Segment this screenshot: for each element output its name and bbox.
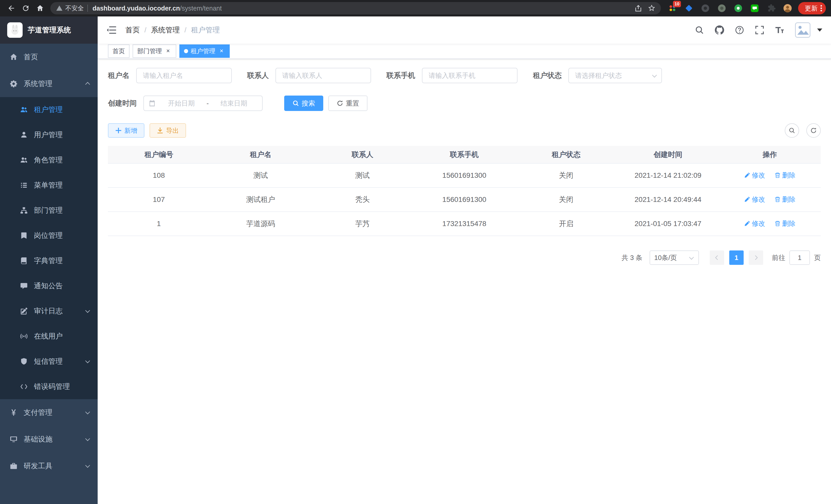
sidebar-item-error-code[interactable]: 错误码管理 xyxy=(0,374,98,399)
breadcrumb-item[interactable]: 首页 xyxy=(125,25,140,35)
cell-created: 2021-01-05 17:03:47 xyxy=(617,212,719,236)
sidebar-item-audit-log[interactable]: 审计日志 xyxy=(0,298,98,324)
sidebar-item-infra[interactable]: 基础设施 xyxy=(0,426,98,453)
prev-page-button[interactable] xyxy=(710,250,724,265)
refresh-table-button[interactable] xyxy=(806,123,821,138)
sidebar-toggle-icon[interactable] xyxy=(106,25,117,35)
close-tag-icon[interactable]: × xyxy=(165,48,172,55)
sidebar-item-menu[interactable]: 菜单管理 xyxy=(0,173,98,198)
trash-icon xyxy=(774,196,781,202)
sidebar-item-sms[interactable]: 短信管理 xyxy=(0,349,98,374)
user-avatar[interactable] xyxy=(795,22,810,38)
extension-chat-icon[interactable] xyxy=(750,4,759,12)
font-size-icon[interactable] xyxy=(775,25,784,35)
cell-actions: 修改删除 xyxy=(719,164,821,187)
status-select[interactable]: 请选择租户状态 xyxy=(568,68,662,83)
tag-home[interactable]: 首页 xyxy=(108,45,130,58)
chevron-down-icon xyxy=(85,359,90,364)
browser-menu-icon[interactable] xyxy=(820,4,822,12)
sidebar-item-post[interactable]: 岗位管理 xyxy=(0,223,98,248)
chevron-up-icon xyxy=(85,81,90,87)
sidebar-item-label: 在线用户 xyxy=(34,331,90,341)
extension-gray-circle-icon[interactable] xyxy=(717,4,726,12)
sidebar-item-system[interactable]: 系统管理 xyxy=(0,70,98,97)
fullscreen-icon[interactable] xyxy=(755,25,764,35)
next-page-button[interactable] xyxy=(749,250,763,265)
close-tag-icon[interactable]: × xyxy=(218,48,225,55)
sidebar-item-dev-tools[interactable]: 研发工具 xyxy=(0,453,98,479)
delete-button[interactable]: 删除 xyxy=(774,171,796,180)
tag-dept[interactable]: 部门管理× xyxy=(133,45,176,58)
extension-dark-circle-icon[interactable] xyxy=(701,4,710,12)
page-size-select[interactable]: 10条/页 xyxy=(650,250,699,265)
table-row: 1芋道源码芋艿17321315478开启2021-01-05 17:03:47修… xyxy=(108,212,821,236)
sidebar-item-online-user[interactable]: 在线用户 xyxy=(0,324,98,349)
reload-icon[interactable] xyxy=(19,2,33,15)
back-icon[interactable] xyxy=(4,2,19,15)
sidebar-item-pay[interactable]: 支付管理 xyxy=(0,399,98,426)
github-icon[interactable] xyxy=(715,25,724,35)
sidebar-item-user[interactable]: 用户管理 xyxy=(0,122,98,147)
sidebar-item-role[interactable]: 角色管理 xyxy=(0,147,98,173)
update-label: 更新 xyxy=(805,4,818,12)
app-logo[interactable]: 芋道管理系统 xyxy=(0,17,98,44)
cell-status: 开启 xyxy=(515,212,617,236)
tag-tenant[interactable]: 租户管理× xyxy=(179,45,230,58)
extension-blue-diamond-icon[interactable] xyxy=(685,4,693,12)
pagination: 共 3 条 10条/页 1 前往 页 xyxy=(108,250,821,265)
edit-button[interactable]: 修改 xyxy=(744,195,765,204)
delete-button[interactable]: 删除 xyxy=(774,219,796,228)
end-date-input[interactable] xyxy=(210,99,257,108)
toolbox-icon xyxy=(10,462,18,470)
tenant-table: 租户编号租户名联系人联系手机租户状态创建时间操作 108测试测试15601691… xyxy=(108,146,821,236)
sidebar-item-tenant[interactable]: 租户管理 xyxy=(0,97,98,122)
extension-green-circle-icon[interactable] xyxy=(734,4,743,12)
user-icon xyxy=(20,131,28,139)
search-button[interactable]: 搜索 xyxy=(284,95,323,111)
update-button[interactable]: 更新 xyxy=(798,2,826,14)
mobile-input[interactable] xyxy=(422,68,517,83)
not-secure-label: 不安全 xyxy=(65,4,84,12)
add-button-label: 新增 xyxy=(124,126,137,135)
reset-button[interactable]: 重置 xyxy=(328,95,368,111)
sidebar-item-home[interactable]: 首页 xyxy=(0,44,98,70)
trash-icon xyxy=(774,172,781,178)
bookmark-star-icon[interactable] xyxy=(645,2,658,14)
contact-input[interactable] xyxy=(276,68,371,83)
sidebar-item-dict[interactable]: 字典管理 xyxy=(0,248,98,273)
browser-home-icon[interactable] xyxy=(33,2,47,15)
breadcrumb-item[interactable]: 系统管理 xyxy=(151,25,180,35)
cell-mobile: 17321315478 xyxy=(413,212,515,236)
toggle-search-button[interactable] xyxy=(785,123,799,138)
start-date-input[interactable] xyxy=(158,99,205,108)
dict-icon xyxy=(20,257,28,265)
share-icon[interactable] xyxy=(632,2,645,14)
goto-page-input[interactable] xyxy=(790,250,810,265)
extensions-puzzle-icon[interactable] xyxy=(767,4,775,12)
sidebar-item-dept[interactable]: 部门管理 xyxy=(0,198,98,223)
create-time-range-picker[interactable]: - xyxy=(143,95,263,111)
address-bar[interactable]: 不安全 dashboard.yudao.iocoder.cn/system/te… xyxy=(50,2,661,14)
cell-contact: 秃头 xyxy=(312,187,413,212)
add-button[interactable]: 新增 xyxy=(108,123,144,138)
cell-id: 108 xyxy=(108,164,210,187)
omnibox-divider xyxy=(87,5,88,12)
avatar-caret-down-icon[interactable] xyxy=(817,29,822,32)
browser-profile-avatar[interactable] xyxy=(783,4,792,12)
filter-row-1: 租户名 联系人 联系手机 租户状态 请选择租户状态 xyxy=(108,68,821,83)
export-button[interactable]: 导出 xyxy=(149,123,186,138)
breadcrumb: 首页/系统管理/租户管理 xyxy=(125,25,220,35)
trash-icon xyxy=(774,220,781,227)
header-search-icon[interactable] xyxy=(695,25,704,35)
edit-button[interactable]: 修改 xyxy=(744,171,765,180)
contact-label: 联系人 xyxy=(247,71,269,80)
help-icon[interactable] xyxy=(735,25,744,35)
delete-button[interactable]: 删除 xyxy=(774,195,796,204)
tenant-name-input[interactable] xyxy=(136,68,232,83)
extension-devtools-icon[interactable]: 10 xyxy=(668,4,677,12)
page-number-1[interactable]: 1 xyxy=(729,250,744,265)
sidebar-item-notice[interactable]: 通知公告 xyxy=(0,273,98,298)
filter-mobile: 联系手机 xyxy=(386,68,517,83)
create-time-label: 创建时间 xyxy=(108,98,137,108)
edit-button[interactable]: 修改 xyxy=(744,219,765,228)
